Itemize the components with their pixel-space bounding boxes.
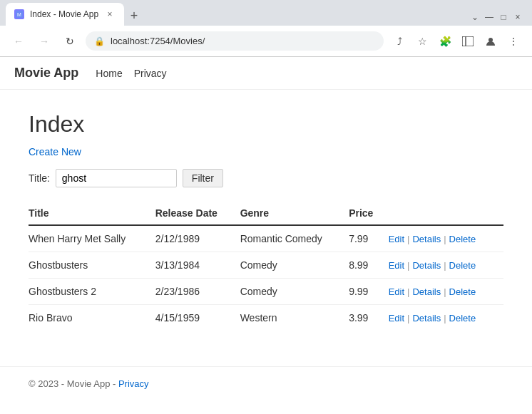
action-edit-link[interactable]: Edit [389,286,404,297]
cell-price: 3.99 [349,305,388,331]
cell-title: Ghostbusters [29,252,155,279]
cell-release-date: 2/12/1989 [155,225,240,252]
site-brand: Movie App [14,66,78,81]
cell-actions: Edit|Details|Delete [389,252,503,279]
cell-genre: Western [240,305,349,331]
col-price: Price [349,202,388,225]
action-separator: | [444,260,446,271]
footer-privacy-link[interactable]: Privacy [118,378,149,389]
table-header: Title Release Date Genre Price [29,202,503,225]
cell-title: Ghostbusters 2 [29,279,155,305]
svg-text:M: M [17,12,21,17]
action-links: Edit|Details|Delete [389,260,495,271]
action-details-link[interactable]: Details [412,260,441,271]
footer-text: © 2023 - Movie App - [29,378,118,389]
cell-price: 7.99 [349,225,388,252]
forward-button[interactable]: → [34,31,54,51]
menu-icon[interactable]: ⋮ [503,31,523,51]
maximize-button[interactable]: □ [498,11,509,23]
table-row: Ghostbusters3/13/1984Comedy8.99Edit|Deta… [29,252,503,279]
action-links: Edit|Details|Delete [389,286,495,297]
col-genre: Genre [240,202,349,225]
url-text: localhost:7254/Movies/ [111,36,375,46]
site-footer: © 2023 - Movie App - Privacy [0,366,532,400]
col-release-date: Release Date [155,202,240,225]
page-title: Index [29,111,503,138]
action-separator: | [407,286,409,297]
col-title: Title [29,202,155,225]
action-details-link[interactable]: Details [412,286,441,297]
cell-price: 8.99 [349,252,388,279]
site-nav: Movie App Home Privacy [0,57,532,90]
action-separator: | [407,234,409,244]
action-separator: | [407,313,409,324]
svg-rect-2 [462,36,474,46]
action-delete-link[interactable]: Delete [449,234,476,244]
action-links: Edit|Details|Delete [389,234,495,244]
refresh-button[interactable]: ↻ [60,31,80,51]
filter-input[interactable] [56,169,177,187]
nav-links: Home Privacy [96,68,166,79]
tab-title: Index - Movie App [30,9,98,19]
action-separator: | [444,313,446,324]
action-details-link[interactable]: Details [412,234,441,244]
action-links: Edit|Details|Delete [389,313,495,324]
new-tab-button[interactable]: + [124,6,144,26]
cell-title: Rio Bravo [29,305,155,331]
address-bar: ← → ↻ 🔒 localhost:7254/Movies/ ⤴ ☆ 🧩 ⋮ [0,26,532,57]
url-bar[interactable]: 🔒 localhost:7254/Movies/ [86,31,384,51]
filter-form: Title: Filter [29,169,503,187]
cell-actions: Edit|Details|Delete [389,225,503,252]
col-actions [389,202,503,225]
cascade-button[interactable]: ⌄ [469,11,481,23]
table-row: Rio Bravo4/15/1959Western3.99Edit|Detail… [29,305,503,331]
action-separator: | [444,286,446,297]
create-new-link[interactable]: Create New [29,146,81,157]
share-icon[interactable]: ⤴ [389,31,409,51]
table-row: When Harry Met Sally2/12/1989Romantic Co… [29,225,503,252]
profile-icon[interactable] [481,31,501,51]
main-content: Index Create New Title: Filter Title Rel… [0,90,532,352]
filter-button[interactable]: Filter [183,169,223,187]
nav-privacy[interactable]: Privacy [134,68,167,79]
cell-release-date: 2/23/1986 [155,279,240,305]
nav-home[interactable]: Home [96,68,122,79]
cell-genre: Romantic Comedy [240,225,349,252]
movies-table: Title Release Date Genre Price When Harr… [29,202,503,331]
cell-release-date: 3/13/1984 [155,252,240,279]
close-window-button[interactable]: × [512,11,523,23]
toolbar-icons: ⤴ ☆ 🧩 ⋮ [389,31,523,51]
action-edit-link[interactable]: Edit [389,260,404,271]
cell-price: 9.99 [349,279,388,305]
action-delete-link[interactable]: Delete [449,286,476,297]
active-tab[interactable]: M Index - Movie App × [6,3,124,26]
cell-title: When Harry Met Sally [29,225,155,252]
tab-close-button[interactable]: × [104,9,116,20]
filter-title-label: Title: [29,172,50,184]
cell-genre: Comedy [240,252,349,279]
page-content: Movie App Home Privacy Index Create New … [0,57,532,414]
action-details-link[interactable]: Details [412,313,441,324]
cell-actions: Edit|Details|Delete [389,305,503,331]
back-button[interactable]: ← [9,31,29,51]
tab-favicon: M [14,9,24,19]
cell-genre: Comedy [240,279,349,305]
cell-actions: Edit|Details|Delete [389,279,503,305]
action-separator: | [407,260,409,271]
action-delete-link[interactable]: Delete [449,260,476,271]
action-edit-link[interactable]: Edit [389,234,404,244]
table-row: Ghostbusters 22/23/1986Comedy9.99Edit|De… [29,279,503,305]
sidebar-icon[interactable] [458,31,478,51]
action-separator: | [444,234,446,244]
action-edit-link[interactable]: Edit [389,313,404,324]
cell-release-date: 4/15/1959 [155,305,240,331]
minimize-button[interactable]: — [484,11,495,23]
bookmark-icon[interactable]: ☆ [412,31,432,51]
action-delete-link[interactable]: Delete [449,313,476,324]
extensions-icon[interactable]: 🧩 [435,31,455,51]
lock-icon: 🔒 [94,36,105,46]
